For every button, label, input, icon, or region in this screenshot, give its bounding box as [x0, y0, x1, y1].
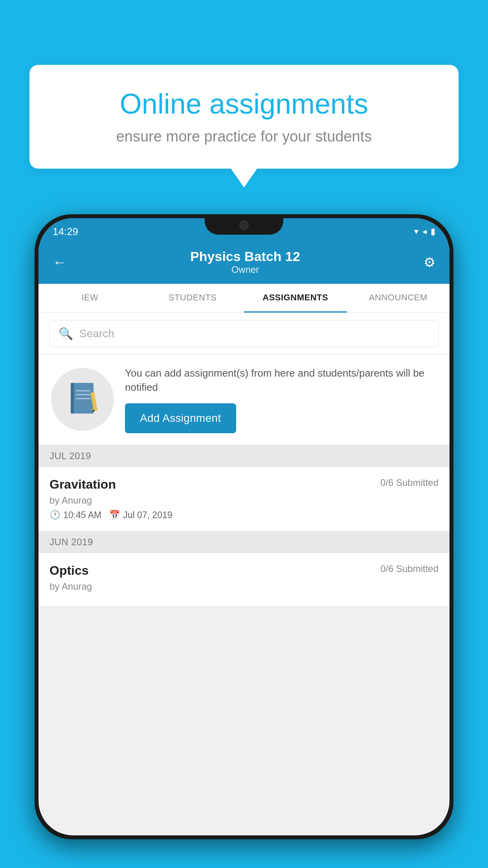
speech-bubble-title: Online assignments: [57, 88, 431, 120]
status-time: 14:29: [53, 226, 78, 238]
header-title: Physics Batch 12: [67, 249, 424, 264]
add-assignment-button[interactable]: Add Assignment: [125, 403, 236, 433]
section-jul-2019: JUL 2019: [39, 445, 449, 467]
svg-rect-8: [71, 383, 74, 414]
tab-students[interactable]: STUDENTS: [141, 284, 244, 313]
tabs-bar: IEW STUDENTS ASSIGNMENTS ANNOUNCEM: [39, 284, 449, 313]
assignment-optics[interactable]: Optics 0/6 Submitted by Anurag: [39, 553, 449, 607]
promo-description: You can add assignment(s) from here and …: [125, 366, 437, 395]
promo-icon-circle: [51, 368, 114, 431]
status-icons: ▾ ◂ ▮: [414, 226, 435, 237]
phone-wrapper: 14:29 ▾ ◂ ▮ ← Physics Batch 12 Owner ⚙ I…: [35, 214, 453, 839]
search-placeholder: Search: [79, 327, 114, 340]
header-title-area: Physics Batch 12 Owner: [67, 249, 424, 275]
calendar-icon: 📅: [109, 510, 120, 520]
settings-icon[interactable]: ⚙: [424, 254, 435, 270]
assignment-time-text: 10:45 AM: [63, 510, 101, 520]
assignment-row-top: Gravitation 0/6 Submitted: [50, 477, 438, 492]
phone-screen: 14:29 ▾ ◂ ▮ ← Physics Batch 12 Owner ⚙ I…: [39, 218, 449, 835]
clock-icon: 🕐: [50, 510, 60, 520]
assignment-optics-row-top: Optics 0/6 Submitted: [50, 563, 438, 578]
promo-card: You can add assignment(s) from here and …: [39, 355, 449, 444]
assignment-date-text: Jul 07, 2019: [123, 510, 172, 520]
section-jun-2019: JUN 2019: [39, 531, 449, 553]
tab-assignments[interactable]: ASSIGNMENTS: [244, 284, 347, 313]
assignment-title-optics: Optics: [50, 563, 89, 578]
speech-bubble-subtitle: ensure more practice for your students: [57, 128, 431, 145]
back-button[interactable]: ←: [53, 254, 67, 270]
assignment-submitted-optics: 0/6 Submitted: [380, 563, 438, 574]
assignment-submitted-gravitation: 0/6 Submitted: [380, 477, 438, 488]
assignment-author-optics: by Anurag: [50, 581, 438, 592]
assignment-title-gravitation: Gravitation: [50, 477, 116, 492]
notebook-svg-icon: [66, 381, 99, 418]
phone-camera: [239, 221, 249, 230]
phone-frame: 14:29 ▾ ◂ ▮ ← Physics Batch 12 Owner ⚙ I…: [35, 214, 453, 839]
speech-bubble: Online assignments ensure more practice …: [29, 65, 459, 169]
tab-announcements[interactable]: ANNOUNCEM: [347, 284, 450, 313]
tab-iew[interactable]: IEW: [39, 284, 141, 313]
battery-icon: ▮: [431, 226, 435, 237]
speech-bubble-area: Online assignments ensure more practice …: [29, 65, 459, 169]
assignment-time-gravitation: 🕐 10:45 AM: [50, 510, 101, 520]
app-header: ← Physics Batch 12 Owner ⚙: [39, 242, 449, 284]
phone-notch: [205, 214, 283, 235]
assignment-gravitation[interactable]: Gravitation 0/6 Submitted by Anurag 🕐 10…: [39, 467, 449, 531]
assignment-meta-gravitation: 🕐 10:45 AM 📅 Jul 07, 2019: [50, 510, 438, 520]
search-icon: 🔍: [59, 327, 73, 340]
assignment-author-gravitation: by Anurag: [50, 495, 438, 506]
search-container: 🔍 Search: [39, 313, 449, 354]
promo-text-area: You can add assignment(s) from here and …: [125, 366, 437, 433]
wifi-icon: ▾: [414, 226, 418, 237]
assignment-date-gravitation: 📅 Jul 07, 2019: [109, 510, 172, 520]
signal-icon: ◂: [422, 226, 427, 237]
section-jun-label: JUN 2019: [50, 537, 93, 547]
section-jul-label: JUL 2019: [50, 451, 91, 461]
search-box[interactable]: 🔍 Search: [50, 320, 438, 347]
header-subtitle: Owner: [67, 264, 424, 275]
